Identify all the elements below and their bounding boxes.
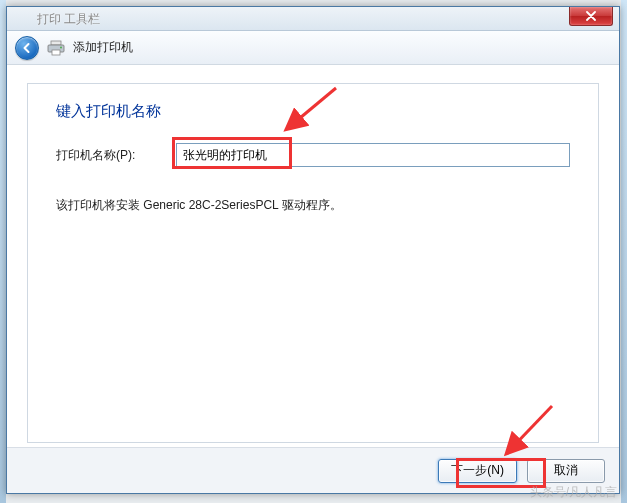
titlebar-text: 打印 工具栏	[37, 11, 100, 28]
back-button[interactable]	[15, 36, 39, 60]
watermark: 头条号/凡人凡言	[530, 484, 617, 501]
svg-rect-2	[52, 50, 60, 55]
cancel-button[interactable]: 取消	[527, 459, 605, 483]
close-icon	[586, 11, 596, 21]
driver-note: 该打印机将安装 Generic 28C-2SeriesPCL 驱动程序。	[56, 197, 570, 214]
printer-icon	[47, 40, 65, 56]
titlebar: 打印 工具栏	[7, 7, 619, 31]
svg-point-3	[60, 46, 62, 48]
printer-name-input[interactable]	[176, 143, 570, 167]
printer-name-label: 打印机名称(P):	[56, 147, 176, 164]
toolbar-title: 添加打印机	[73, 39, 133, 56]
svg-rect-0	[51, 41, 61, 45]
add-printer-window: 打印 工具栏 添加打印机 键入打印机名称 打印机名称(P):	[6, 6, 620, 494]
next-button[interactable]: 下一步(N)	[438, 459, 517, 483]
toolbar: 添加打印机	[7, 31, 619, 65]
footer: 下一步(N) 取消	[7, 447, 619, 493]
content-panel: 键入打印机名称 打印机名称(P): 该打印机将安装 Generic 28C-2S…	[27, 83, 599, 443]
close-button[interactable]	[569, 7, 613, 26]
page-heading: 键入打印机名称	[56, 102, 570, 121]
arrow-left-icon	[21, 42, 33, 54]
